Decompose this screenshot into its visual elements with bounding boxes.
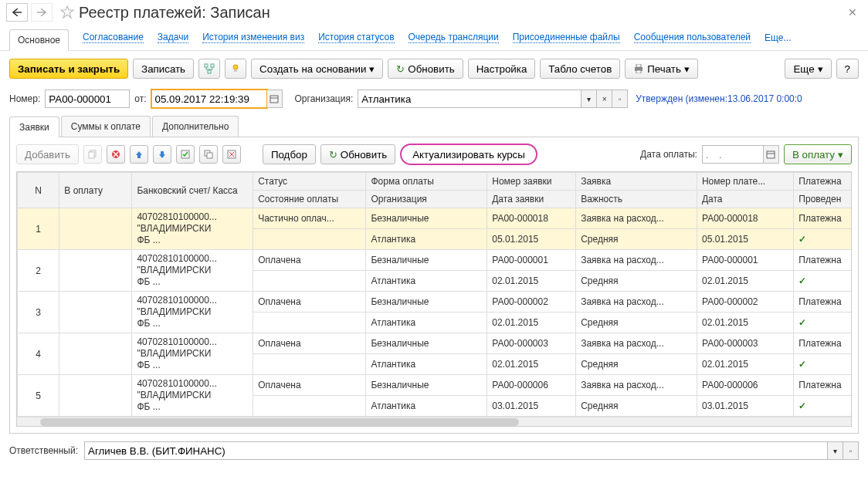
panel-refresh-button[interactable]: ↻ Обновить [320, 144, 395, 164]
copy-button[interactable] [83, 145, 102, 164]
favorite-star-icon[interactable] [60, 5, 74, 19]
select-button[interactable]: Подбор [263, 144, 316, 164]
link-status-history[interactable]: История статусов [318, 32, 394, 43]
save-close-button[interactable]: Записать и закрыть [9, 59, 128, 79]
move-down-button[interactable] [153, 145, 171, 164]
cell-plat: Платежна [794, 292, 852, 313]
cell-reqnum: РА00-000001 [487, 250, 576, 271]
col-n[interactable]: N [18, 173, 59, 208]
tab-sums[interactable]: Суммы к оплате [61, 116, 151, 137]
cell-bank: 40702810100000..."ВЛАДИМИРСКИФБ ... [132, 208, 253, 250]
svg-rect-4 [234, 69, 237, 72]
dropdown-button[interactable]: ▾ [828, 441, 843, 460]
link-files[interactable]: Присоединенные файлы [513, 32, 620, 43]
link-more[interactable]: Еще... [765, 32, 791, 43]
create-based-button[interactable]: Создать на основании ▾ [251, 59, 383, 79]
tab-extra[interactable]: Дополнительно [152, 116, 239, 137]
refresh-icon: ↻ [396, 63, 405, 75]
help-button[interactable]: ? [836, 59, 859, 79]
responsible-input[interactable] [84, 441, 828, 460]
link-tasks[interactable]: Задачи [158, 32, 188, 43]
col-org[interactable]: Организация [366, 191, 487, 208]
col-status[interactable]: Статус [253, 173, 366, 191]
number-label: Номер: [9, 93, 40, 104]
table-row[interactable]: 4 40702810100000..."ВЛАДИМИРСКИФБ ... Оп… [18, 333, 853, 354]
open-button[interactable]: ▫ [843, 441, 859, 460]
cell-importance: Средняя [576, 229, 697, 250]
col-form[interactable]: Форма оплаты [366, 173, 487, 191]
number-input[interactable] [45, 90, 130, 108]
more-button[interactable]: Еще ▾ [785, 59, 831, 79]
link-agreement[interactable]: Согласование [83, 32, 144, 43]
chevron-down-icon: ▾ [818, 63, 823, 75]
col-done[interactable]: Проведен [794, 191, 852, 208]
cell-paystate [253, 229, 366, 250]
clear-button[interactable]: × [597, 90, 612, 108]
structure-button[interactable] [198, 59, 220, 79]
cell-form: Безналичные [366, 250, 487, 271]
tab-requests[interactable]: Заявки [9, 117, 59, 137]
col-reqnum[interactable]: Номер заявки [487, 173, 576, 191]
cell-bank: 40702810100000..."ВЛАДИМИРСКИФБ ... [132, 333, 253, 375]
col-paydoc[interactable]: Платежна [794, 173, 852, 191]
date-input[interactable] [151, 90, 267, 108]
table-row[interactable]: 5 40702810100000..."ВЛАДИМИРСКИФБ ... Оп… [18, 375, 853, 396]
link-messages[interactable]: Сообщения пользователей [634, 32, 751, 43]
calendar-button[interactable] [764, 145, 779, 164]
org-input[interactable] [358, 90, 581, 108]
cell-done: ✓ [794, 229, 852, 250]
accounts-button[interactable]: Табло счетов [540, 59, 620, 79]
refresh-button[interactable]: ↻ Обновить [388, 59, 463, 79]
delete-button[interactable] [107, 145, 125, 164]
check-icon: ✓ [798, 400, 806, 411]
close-button[interactable]: ✕ [843, 6, 862, 19]
cell-done: ✓ [794, 354, 852, 375]
col-reqdate[interactable]: Дата заявки [487, 191, 576, 208]
col-importance[interactable]: Важность [576, 191, 697, 208]
group-button[interactable] [199, 145, 218, 164]
link-queue[interactable]: Очередь трансляции [409, 32, 499, 43]
cell-importance: Средняя [576, 396, 697, 417]
setup-button[interactable]: Настройка [468, 59, 536, 79]
col-paystate[interactable]: Состояние оплаты [253, 191, 366, 208]
table-row[interactable]: 2 40702810100000..."ВЛАДИМИРСКИФБ ... Оп… [18, 250, 853, 271]
table-row[interactable]: 1 40702810100000..."ВЛАДИМИРСКИФБ ... Ча… [18, 208, 853, 229]
col-topay[interactable]: В оплату [59, 173, 132, 208]
col-paynum[interactable]: Номер плате... [697, 173, 793, 191]
col-paydate[interactable]: Дата [697, 191, 793, 208]
payment-date-input[interactable] [702, 145, 764, 164]
table-row[interactable]: 3 40702810100000..."ВЛАДИМИРСКИФБ ... Оп… [18, 292, 853, 313]
col-request[interactable]: Заявка [576, 173, 697, 191]
forward-button[interactable] [31, 3, 53, 22]
uncheck-icon [227, 150, 236, 159]
open-button[interactable]: ▫ [612, 90, 628, 108]
to-payment-button[interactable]: В оплату ▾ [784, 144, 852, 164]
calendar-button[interactable] [267, 90, 283, 108]
cell-request: Заявка на расход... [576, 250, 697, 271]
hint-button[interactable] [225, 59, 246, 79]
move-up-button[interactable] [130, 145, 148, 164]
cell-reqnum: РА00-000018 [487, 208, 576, 229]
svg-point-3 [233, 65, 238, 69]
update-rates-button[interactable]: Актуализировать курсы [400, 144, 537, 165]
scroll-thumb[interactable] [40, 418, 519, 426]
add-button[interactable]: Добавить [16, 144, 79, 164]
link-visa-history[interactable]: История изменения виз [202, 32, 304, 43]
cell-topay [59, 333, 132, 375]
back-button[interactable] [6, 3, 28, 22]
save-button[interactable]: Записать [133, 59, 194, 79]
horizontal-scrollbar[interactable] [17, 417, 851, 426]
tab-main[interactable]: Основное [9, 29, 69, 51]
check-all-button[interactable] [176, 145, 195, 164]
cell-form: Безналичные [366, 208, 487, 229]
check-all-icon [181, 150, 190, 159]
col-bank[interactable]: Банковский счет/ Касса [132, 173, 253, 208]
svg-rect-7 [636, 70, 641, 73]
from-label: от: [134, 93, 146, 104]
print-button[interactable]: Печать ▾ [625, 59, 698, 79]
dropdown-button[interactable]: ▾ [581, 90, 597, 108]
svg-rect-6 [636, 64, 641, 67]
cell-status: Оплачена [253, 375, 366, 396]
uncheck-all-button[interactable] [222, 145, 241, 164]
cell-done: ✓ [794, 313, 852, 333]
